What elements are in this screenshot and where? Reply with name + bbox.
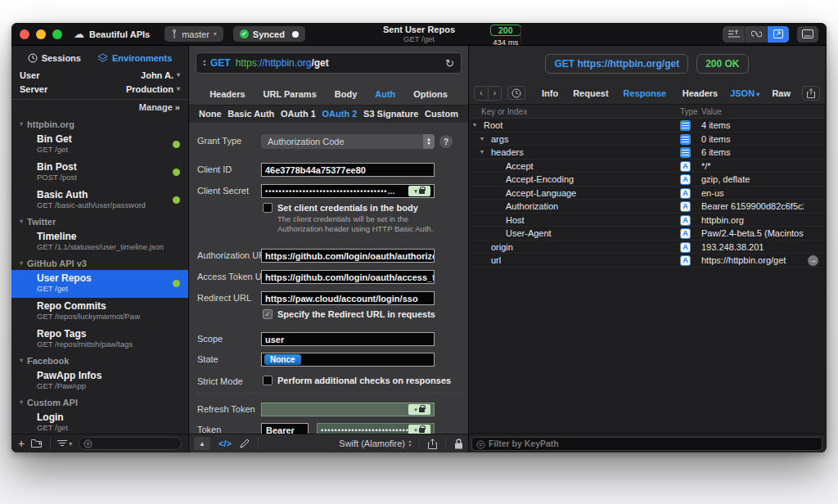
request-summary-button[interactable]: GET https://httpbin.org/get: [545, 54, 688, 74]
view-tab-headers[interactable]: Headers: [683, 88, 718, 98]
tree-row-origin[interactable]: originA193.248.38.201: [469, 241, 825, 254]
tree-row-root[interactable]: ▾Root4 items: [469, 119, 825, 133]
resend-request-icon[interactable]: ↻: [445, 57, 454, 70]
sync-status-button[interactable]: ✓ Synced: [233, 26, 305, 42]
sidebar-request-bin-get[interactable]: Bin GetGET /get: [11, 131, 188, 159]
sidebar-tab-environments[interactable]: Environments: [97, 53, 172, 63]
sync-toggle-dot[interactable]: [292, 31, 299, 38]
tree-row-headers[interactable]: ▾headers6 items: [469, 146, 825, 160]
user-selector[interactable]: John A. ▾: [141, 70, 180, 80]
tree-row-accept[interactable]: AcceptA*/*: [469, 160, 825, 173]
strict-mode-checkbox[interactable]: [263, 376, 273, 385]
disclosure-triangle-icon[interactable]: ▾: [20, 218, 23, 225]
tree-row-authorization[interactable]: AuthorizationABearer 6159900d82c6f5c28dd…: [469, 200, 825, 214]
auth-tab-basic-auth[interactable]: Basic Auth: [228, 109, 274, 119]
grant-type-select[interactable]: Authorization Code ▲▼: [261, 134, 435, 149]
history-button[interactable]: [507, 86, 525, 100]
disclosure-triangle-icon[interactable]: ▾: [20, 120, 23, 128]
nonce-token[interactable]: Nonce: [264, 354, 301, 365]
sidebar-group-github-api-v3[interactable]: ▾GitHub API v3: [11, 256, 188, 270]
request-method[interactable]: GET: [210, 57, 231, 69]
manage-environments-link[interactable]: Manage »: [11, 99, 188, 115]
add-request-button[interactable]: +: [18, 438, 25, 449]
status-code-button[interactable]: 200 OK: [696, 54, 748, 74]
tree-row-url[interactable]: urlAhttps://httpbin.org/get→: [469, 254, 825, 268]
auth-tab-none[interactable]: None: [199, 109, 222, 119]
disclosure-triangle-icon[interactable]: ▾: [20, 357, 23, 364]
tab-url-params[interactable]: URL Params: [264, 89, 317, 99]
client-secret-field[interactable]: ••••••••••••••••••••••••••••••••••••… ▾: [261, 184, 435, 198]
sort-filter-button[interactable]: ▾: [57, 439, 72, 448]
response-tab-response[interactable]: Response: [624, 88, 667, 98]
keypath-filter-input[interactable]: [471, 437, 822, 451]
tab-auth[interactable]: Auth: [375, 89, 395, 99]
redirect-checkbox[interactable]: ✓: [263, 309, 273, 319]
view-tab-raw[interactable]: Raw: [772, 88, 791, 98]
sort-list-icon[interactable]: [723, 26, 745, 43]
method-stepper-icon[interactable]: ▴▾: [203, 59, 205, 67]
link-cycle-icon[interactable]: [745, 26, 767, 43]
lock-icon[interactable]: [454, 439, 463, 449]
sidebar-tab-sessions[interactable]: Sessions: [28, 53, 81, 63]
tab-headers[interactable]: Headers: [210, 89, 245, 99]
tree-row-args[interactable]: ▾args0 items: [469, 133, 825, 146]
url-bar[interactable]: ▴▾ GET https://httpbin.org/get ↻: [196, 52, 462, 74]
tab-options[interactable]: Options: [413, 89, 448, 99]
previous-response-button[interactable]: ‹: [475, 87, 488, 100]
close-window-button[interactable]: [20, 29, 29, 39]
tree-row-user-agent[interactable]: User-AgentAPaw/2.4-beta.5 (Macintosh; OS…: [469, 227, 825, 241]
credentials-checkbox[interactable]: [263, 203, 273, 213]
secure-value-badge[interactable]: ▾: [408, 186, 430, 196]
branch-selector[interactable]: master ▾: [164, 26, 223, 42]
sidebar-group-twitter[interactable]: ▾Twitter: [11, 214, 188, 228]
token-prefix-field[interactable]: Bearer: [261, 423, 309, 434]
sidebar-request-login[interactable]: LoginGET /get: [11, 409, 188, 434]
auth-tab-oauth-2[interactable]: OAuth 2: [322, 109, 358, 119]
scope-field[interactable]: user: [261, 332, 435, 346]
code-generator-button[interactable]: </>: [219, 439, 232, 448]
open-url-icon[interactable]: →: [808, 255, 818, 266]
sidebar-request-bin-post[interactable]: Bin PostPOST /post: [11, 159, 188, 187]
sidebar-request-pawapp-infos[interactable]: PawApp InfosGET /PawApp: [11, 367, 188, 395]
auth-tab-custom[interactable]: Custom: [425, 109, 458, 119]
sidebar-request-repo-tags[interactable]: Repo TagsGET /repos/mittsh/paw/tags: [11, 326, 188, 353]
zoom-window-button[interactable]: [52, 29, 62, 39]
add-group-button[interactable]: [31, 439, 43, 448]
sidebar-request-timeline[interactable]: TimelineGET /1.1/statuses/user_timeline.…: [11, 228, 188, 256]
response-tab-info[interactable]: Info: [542, 88, 558, 98]
secure-value-badge[interactable]: ▾: [408, 425, 430, 434]
access-token-url-field[interactable]: https://github.com/login/oauth/access_t…: [261, 270, 435, 284]
disclosure-triangle-icon[interactable]: ▾: [480, 135, 484, 142]
next-response-button[interactable]: ›: [488, 87, 501, 100]
client-id-field[interactable]: 46e3778b44a75377ee80: [261, 163, 435, 177]
request-url[interactable]: https://httpbin.org/get: [236, 57, 329, 69]
tree-row-accept-language[interactable]: Accept-LanguageAen-us: [469, 187, 825, 200]
collapse-panel-button[interactable]: ▲: [194, 437, 210, 450]
token-field[interactable]: ••••••••••••••••••••••••••… ▾: [317, 423, 435, 434]
sidebar-group-facebook[interactable]: ▾Facebook: [11, 353, 188, 367]
toggle-window-panel-button[interactable]: [797, 26, 818, 43]
authorization-url-field[interactable]: https://github.com/login/oauth/authorize: [261, 249, 435, 263]
minimize-window-button[interactable]: [36, 29, 46, 39]
tree-row-host[interactable]: HostAhttpbin.org: [469, 214, 825, 227]
sidebar-group-httpbin-org[interactable]: ▾httpbin.org: [11, 117, 188, 131]
disclosure-triangle-icon[interactable]: ▾: [20, 259, 23, 267]
sidebar-request-repo-commits[interactable]: Repo CommitsGET /repos/luckymarmot/Paw: [11, 298, 188, 326]
auth-tab-oauth-1[interactable]: OAuth 1: [281, 109, 316, 119]
redirect-url-field[interactable]: https://paw.cloud/account/login/sso: [261, 291, 435, 305]
server-selector[interactable]: Production ▾: [126, 84, 180, 94]
disclosure-triangle-icon[interactable]: ▾: [20, 398, 23, 406]
sidebar-search-input[interactable]: [79, 437, 182, 450]
sidebar-group-custom-api[interactable]: ▾Custom API: [11, 395, 188, 409]
disclosure-triangle-icon[interactable]: ▾: [480, 148, 484, 155]
refresh-token-field[interactable]: ▾: [261, 403, 435, 416]
view-tab-json[interactable]: JSON ▾: [730, 88, 759, 98]
help-button[interactable]: ?: [439, 135, 453, 148]
response-tab-request[interactable]: Request: [573, 88, 608, 98]
disclosure-triangle-icon[interactable]: ▾: [473, 121, 476, 128]
edit-button[interactable]: [240, 439, 250, 448]
sidebar-request-user-repos[interactable]: User ReposGET /get: [11, 270, 188, 298]
sidebar-request-basic-auth[interactable]: Basic AuthGET /basic-auth/user/password: [11, 187, 188, 214]
code-language-select[interactable]: Swift (Alamofire) ▴▾: [339, 439, 411, 448]
share-icon[interactable]: [428, 439, 437, 449]
